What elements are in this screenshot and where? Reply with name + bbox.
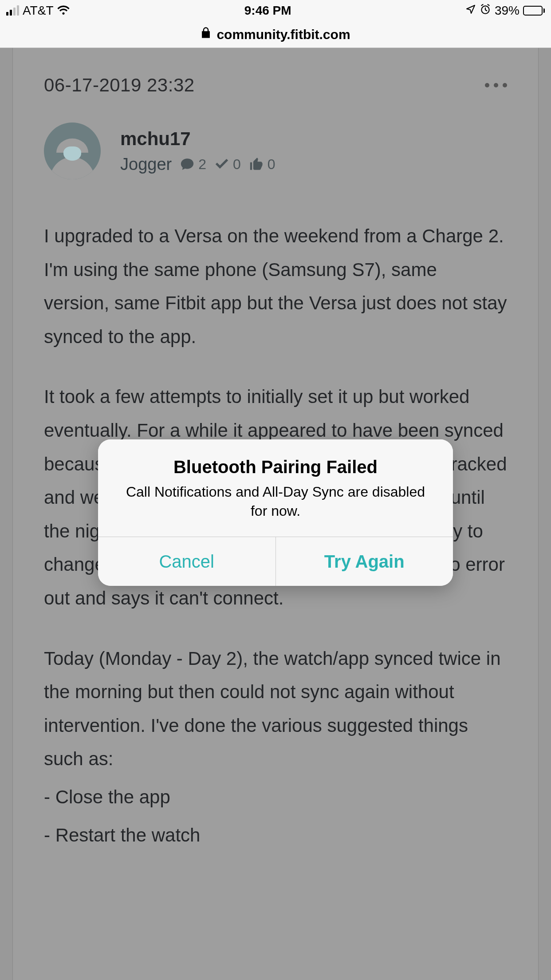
alert-title: Bluetooth Pairing Failed (116, 457, 435, 477)
alert-dialog: Bluetooth Pairing Failed Call Notificati… (98, 439, 453, 586)
battery-icon (523, 6, 545, 16)
browser-url-bar[interactable]: community.fitbit.com (0, 21, 551, 48)
location-icon (465, 4, 476, 18)
carrier-label: AT&T (23, 4, 53, 18)
url-domain: community.fitbit.com (216, 27, 350, 42)
battery-pct: 39% (495, 4, 520, 18)
status-right: 39% (465, 4, 545, 18)
status-bar: AT&T 9:46 PM 39% (0, 0, 551, 21)
status-left: AT&T (6, 4, 70, 18)
alert-message: Call Notifications and All-Day Sync are … (116, 482, 435, 521)
cancel-button[interactable]: Cancel (98, 537, 276, 586)
lock-icon (201, 27, 211, 42)
cellular-signal-icon (6, 6, 19, 16)
try-again-button[interactable]: Try Again (276, 537, 453, 586)
status-time: 9:46 PM (244, 4, 291, 18)
alarm-icon (480, 4, 491, 18)
wifi-icon (57, 4, 70, 18)
